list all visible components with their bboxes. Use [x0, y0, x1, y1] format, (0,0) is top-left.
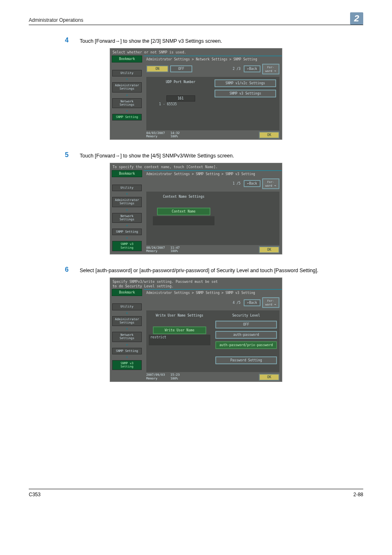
step-number: 5	[65, 151, 80, 160]
security-level-label: Security Level	[215, 313, 277, 321]
bookmark-tab[interactable]: Bookmark	[112, 170, 142, 177]
ok-button[interactable]: OK	[259, 374, 279, 381]
udp-port-value[interactable]: 161	[166, 95, 195, 102]
chevron-down-icon: ▾	[110, 343, 144, 347]
udp-port-label: UDP Port Number	[149, 79, 212, 87]
bookmark-tab[interactable]: Bookmark	[112, 56, 142, 62]
back-button[interactable]: ←Back	[244, 65, 260, 72]
chevron-down-icon: ▾	[110, 208, 144, 212]
sidebar-item-snmp-setting[interactable]: SNMP Setting	[112, 348, 142, 354]
status-memory-value: 100%	[171, 134, 178, 138]
sidebar-item-admin-settings[interactable]: Administrator Settings	[112, 82, 142, 92]
forward-button[interactable]: For-ward →	[262, 297, 280, 308]
context-name-value	[153, 216, 214, 225]
breadcrumb: Administrator Settings > SNMP Setting > …	[144, 289, 282, 297]
snmp-v1v2c-settings-button[interactable]: SNMP v1/v2c Settings	[214, 79, 276, 87]
step-number: 6	[65, 266, 80, 274]
on-button[interactable]: ON	[146, 65, 168, 72]
sidebar-item-admin-settings[interactable]: Administrator Settings	[112, 316, 142, 326]
bookmark-tab[interactable]: Bookmark	[112, 289, 142, 296]
security-level-auth-button[interactable]: auth-password	[215, 331, 277, 339]
context-name-settings-label: Context Name Settings	[149, 194, 219, 202]
status-memory-value: 100%	[171, 249, 178, 253]
chevron-down-icon: ▾	[110, 311, 144, 315]
chevron-down-icon: ▾	[110, 327, 144, 331]
screen-hint: To specify the context name, touch [Cont…	[110, 163, 282, 170]
password-setting-button[interactable]: Password Setting	[215, 356, 277, 364]
footer-left: C353	[29, 492, 41, 497]
sidebar-item-network-settings[interactable]: Network Settings	[112, 98, 142, 109]
security-level-off-button[interactable]: OFF	[215, 321, 277, 328]
chevron-down-icon: ▾	[110, 236, 144, 240]
security-level-authpriv-button[interactable]: auth-password/priv-password	[215, 341, 277, 349]
sidebar-item-snmp-v3-setting[interactable]: SNMP v3 Setting	[112, 241, 142, 251]
chevron-down-icon: ▾	[110, 93, 144, 97]
sidebar-item-network-settings[interactable]: Network Settings	[112, 332, 142, 342]
page-indicator: 1 /5	[231, 182, 242, 185]
chevron-down-icon: ▾	[110, 355, 144, 359]
sidebar-item-admin-settings[interactable]: Administrator Settings	[112, 197, 142, 207]
breadcrumb: Administrator Settings > SNMP Setting > …	[144, 170, 282, 178]
back-button[interactable]: ←Back	[244, 180, 260, 187]
off-button[interactable]: OFF	[170, 65, 192, 72]
chevron-down-icon: ▾	[110, 192, 144, 196]
screen-hint: Specify SNMPv3/write setting. Password m…	[110, 278, 282, 289]
ok-button[interactable]: OK	[259, 132, 279, 139]
back-button[interactable]: ←Back	[244, 299, 260, 306]
forward-button[interactable]: For-ward →	[262, 178, 280, 189]
write-user-name-settings-label: Write User Name Settings	[149, 313, 210, 321]
device-screenshot-1: Select whether or not SNMP is used. Book…	[110, 48, 282, 140]
snmp-v3-settings-button[interactable]: SNMP v3 Settings	[214, 90, 276, 97]
sidebar-item-snmp-v3-setting[interactable]: SNMP v3 Setting	[112, 360, 142, 370]
page-indicator: 2 /3	[231, 67, 242, 71]
device-screenshot-2: To specify the context name, touch [Cont…	[110, 163, 282, 254]
sidebar-item-utility[interactable]: Utility	[112, 70, 142, 76]
chapter-badge: 2	[350, 12, 363, 25]
step-text: Touch [Forward→] to show the [4/5] SNMPv…	[80, 151, 363, 160]
sidebar-item-snmp-setting[interactable]: SNMP Setting	[112, 114, 142, 120]
breadcrumb: Administrator Settings > Network Setting…	[144, 56, 282, 64]
screen-hint: Select whether or not SNMP is used.	[110, 49, 282, 56]
chevron-down-icon: ▾	[110, 224, 144, 228]
page-header-title: Administrator Operations	[29, 17, 83, 25]
sidebar-item-network-settings[interactable]: Network Settings	[112, 213, 142, 223]
ok-button[interactable]: OK	[259, 246, 279, 253]
forward-button[interactable]: For-ward →	[262, 64, 280, 74]
status-memory-label: Memory	[146, 377, 157, 380]
step-number: 4	[65, 37, 80, 45]
write-user-name-button[interactable]: Write User Name	[153, 326, 206, 334]
step-text: Touch [Forward→] to show the [2/3] SNMP …	[80, 37, 363, 45]
sidebar-item-utility[interactable]: Utility	[112, 185, 142, 191]
step-text: Select [auth-password] or [auth-password…	[80, 266, 363, 274]
udp-port-range: 1 - 65535	[149, 102, 212, 106]
device-screenshot-3: Specify SNMPv3/write setting. Password m…	[110, 278, 282, 382]
context-name-button[interactable]: Context Name	[157, 208, 210, 215]
footer-right: 2-88	[353, 492, 363, 497]
page-indicator: 4 /5	[231, 301, 242, 305]
write-user-name-value: restrict	[149, 335, 210, 345]
status-memory-label: Memory	[146, 249, 157, 253]
chevron-down-icon: ▾	[110, 109, 144, 113]
sidebar-item-utility[interactable]: Utility	[112, 303, 142, 310]
sidebar-item-snmp-setting[interactable]: SNMP Setting	[112, 229, 142, 235]
status-memory-label: Memory	[146, 134, 157, 138]
status-memory-value: 100%	[171, 377, 178, 380]
chevron-down-icon: ▾	[110, 77, 144, 81]
